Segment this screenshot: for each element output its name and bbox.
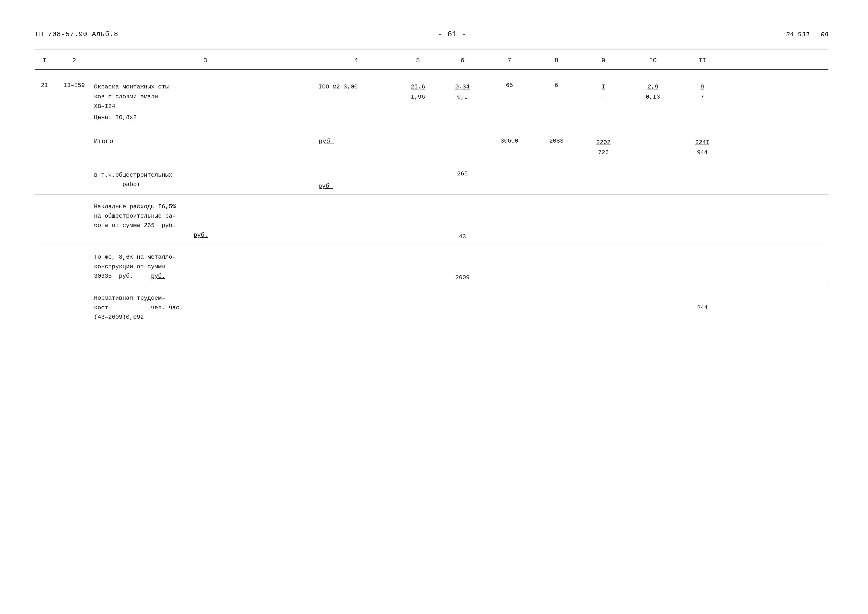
column-headers-row: I 2 3 4 5 6 7 8 9 IO II [34, 50, 828, 70]
naklad-row: Накладные расходы I6,5% на общестроитель… [34, 195, 828, 245]
obsch-unit: руб. [317, 183, 396, 189]
obsch-label: в т.ч.общестроительных работ [94, 171, 317, 189]
row-num: 2I [34, 82, 54, 122]
norm-row: Нормативная трудоем– кость чел.–час. (43… [34, 286, 828, 327]
page-number: - 61 - [438, 29, 467, 39]
row-price-label: Цена: IO,8x2 [94, 113, 317, 122]
itogo-c9: 2202 726 [579, 138, 628, 158]
toje-row: То же, 8,6% на металло– конструкции от с… [34, 245, 828, 286]
page-header: ТП 708-57.90 Альб.8 - 61 - 24 533 ⁻ 08 [34, 29, 828, 39]
col-header-5: 5 [396, 57, 440, 64]
row-description: Окраска монтажных сты– ков с слоями эмал… [94, 82, 317, 122]
col-header-9: 9 [579, 57, 628, 64]
row-c8: 6 [534, 82, 579, 122]
itogo-row: Итого руб. 30600 2083 2202 726 324I 944 [34, 130, 828, 163]
row-desc-text: Окраска монтажных сты– ков с слоями эмал… [94, 82, 317, 112]
norm-c11: 244 [678, 304, 727, 311]
table-row: 2I I3–I59 Окраска монтажных сты– ков с с… [34, 72, 828, 130]
col-header-1: I [34, 57, 54, 64]
obsch-row: в т.ч.общестроительных работ руб. 265 [34, 163, 828, 195]
col-header-7: 7 [485, 57, 534, 64]
itogo-label: Итого [94, 138, 317, 158]
col-header-11: II [678, 57, 727, 64]
col-header-10: IO [628, 57, 678, 64]
row-code: I3–I59 [54, 82, 94, 122]
row-c10: 2,9 0,I3 [628, 82, 678, 122]
itogo-unit: руб. [317, 138, 396, 158]
toje-c6: 2609 [440, 274, 485, 281]
toje-label: То же, 8,6% на металло– конструкции от с… [94, 253, 317, 281]
itogo-c8: 2083 [534, 138, 579, 158]
col-header-4: 4 [317, 57, 396, 64]
col-header-8: 8 [534, 57, 579, 64]
row-c7: 65 [485, 82, 534, 122]
doc-reference-right: 24 533 ⁻ 08 [786, 30, 828, 38]
col-header-2: 2 [54, 57, 94, 64]
norm-label: Нормативная трудоем– кость чел.–час. (43… [94, 293, 317, 322]
naklad-label: Накладные расходы I6,5% на общестроитель… [94, 202, 317, 240]
row-unit: IOO м2 3,00 [317, 82, 396, 122]
main-table: I 2 3 4 5 6 7 8 9 IO II 2I I3–I59 Окраск… [34, 50, 828, 327]
col-header-6: 6 [440, 57, 485, 64]
row-c6: 0,34 0,I [440, 82, 485, 122]
doc-reference-left: ТП 708-57.90 Альб.8 [34, 30, 118, 38]
itogo-c11: 324I 944 [678, 138, 727, 158]
document-page: ТП 708-57.90 Альб.8 - 61 - 24 533 ⁻ 08 I… [0, 0, 868, 614]
naklad-c6: 43 [440, 233, 485, 240]
row-c9: I – [579, 82, 628, 122]
obsch-c6: 265 [440, 171, 485, 189]
itogo-c7: 30600 [485, 138, 534, 158]
col-header-3: 3 [94, 57, 317, 64]
table-body: 2I I3–I59 Окраска монтажных сты– ков с с… [34, 72, 828, 327]
row-c11: 9 7 [678, 82, 727, 122]
row-c5: 2I,6 I,96 [396, 82, 440, 122]
